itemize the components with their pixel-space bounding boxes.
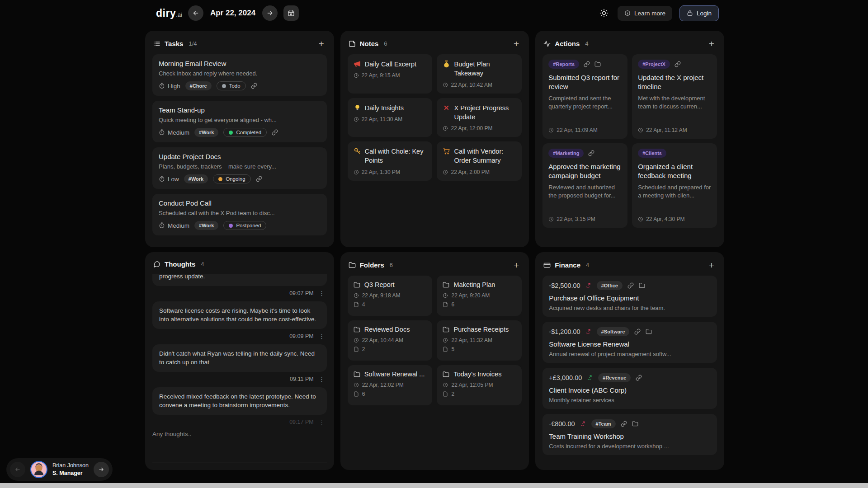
- note-card[interactable]: Daily Insights 22 Apr, 11:30 AM: [348, 98, 433, 137]
- link-icon[interactable]: [584, 61, 590, 67]
- app-logo[interactable]: diry.ai: [156, 7, 182, 19]
- action-tag[interactable]: #ProjectX: [638, 60, 670, 69]
- finance-tag[interactable]: #Office: [597, 281, 623, 290]
- finance-card[interactable]: -€800.00 #Team Team Training Workshop Co…: [542, 414, 717, 455]
- thought-bubble[interactable]: Didn't catch what Ryan was telling in th…: [152, 344, 327, 372]
- action-tag[interactable]: #Clients: [638, 149, 666, 158]
- login-label: Login: [697, 10, 712, 17]
- tasks-panel-title: Tasks: [165, 40, 183, 47]
- login-button[interactable]: Login: [679, 5, 719, 21]
- file-icon: [443, 391, 448, 397]
- thought-input[interactable]: Any thoughts..: [152, 430, 327, 463]
- finance-card[interactable]: -$2,500.00 #Office Purchase of Office Eq…: [542, 276, 717, 317]
- note-card[interactable]: Call with Chole: Key Points 22 Apr, 1:30…: [348, 141, 433, 181]
- folder-time: 22 Apr, 11:32 AM: [443, 337, 516, 343]
- note-time: 22 Apr, 11:30 AM: [354, 116, 427, 122]
- finance-tag[interactable]: #Software: [597, 327, 630, 336]
- task-title: Update Project Docs: [159, 153, 321, 160]
- action-card[interactable]: #Marketing Approved the marketing campai…: [542, 143, 627, 228]
- thought-bubble[interactable]: Received mixed feedback on the latest pr…: [152, 387, 327, 415]
- folder-title: Software Renewal ...: [364, 371, 425, 378]
- task-tag[interactable]: #Work: [194, 221, 218, 230]
- link-icon[interactable]: [675, 61, 681, 67]
- add-task-button[interactable]: +: [316, 39, 326, 48]
- task-tag[interactable]: #Chore: [185, 81, 212, 90]
- finance-amount: -$1,200.00: [549, 328, 580, 335]
- file-icon: [443, 347, 448, 352]
- action-tag[interactable]: #Marketing: [548, 149, 584, 158]
- finance-tag[interactable]: #Revenue: [598, 373, 631, 382]
- current-date: Apr 22, 2024: [210, 9, 255, 18]
- task-tag[interactable]: #Work: [184, 174, 208, 183]
- action-card[interactable]: #Clients Organized a client feedback mee…: [632, 143, 717, 228]
- add-action-button[interactable]: +: [707, 39, 716, 48]
- task-card[interactable]: Conduct Pod Call Scheduled call with the…: [152, 194, 327, 235]
- note-card[interactable]: Call with Vendor: Order Summary 22 Apr, …: [437, 141, 522, 181]
- action-tag[interactable]: #Reports: [548, 60, 579, 69]
- note-title: X Project Progress Update: [454, 103, 516, 122]
- add-folder-button[interactable]: +: [512, 260, 521, 270]
- learn-more-button[interactable]: Learn more: [618, 6, 672, 21]
- thoughts-list[interactable]: progress update. 09:07 PM ⋮ Software lic…: [152, 274, 327, 430]
- message-bubble-icon: [153, 261, 160, 268]
- action-card[interactable]: #ProjectX Updated the X project timeline…: [632, 54, 717, 139]
- clock-icon: [443, 338, 448, 343]
- folder-card[interactable]: Software Renewal ... 22 Apr, 12:02 PM 6: [348, 365, 433, 405]
- folder-card[interactable]: Reviewed Docs 22 Apr, 10:44 AM 2: [348, 320, 433, 361]
- folder-icon[interactable]: [639, 282, 645, 289]
- folder-card[interactable]: Q3 Report 22 Apr, 9:18 AM 4: [348, 276, 433, 316]
- status-dot: [222, 84, 226, 88]
- finance-card[interactable]: -$1,200.00 #Software Software License Re…: [542, 322, 717, 363]
- link-icon[interactable]: [588, 150, 594, 156]
- thought-menu-button[interactable]: ⋮: [319, 418, 325, 426]
- user-switcher: Brian Johnson S. Manager: [6, 458, 113, 481]
- note-card[interactable]: Daily Call Excerpt 22 Apr, 9:15 AM: [348, 54, 433, 94]
- task-status-pill[interactable]: Postponed: [223, 221, 266, 230]
- folder-card[interactable]: Purchase Receipts 22 Apr, 11:32 AM 5: [437, 320, 522, 361]
- add-note-button[interactable]: +: [512, 39, 521, 48]
- thought-menu-button[interactable]: ⋮: [319, 333, 325, 340]
- avatar[interactable]: [30, 461, 47, 478]
- folder-icon[interactable]: [632, 421, 638, 427]
- next-user-button[interactable]: [94, 462, 109, 477]
- folder-card[interactable]: Maketing Plan 22 Apr, 9:20 AM 6: [437, 276, 522, 316]
- folder-card[interactable]: Today's Invoices 22 Apr, 12:05 PM 2: [437, 365, 522, 405]
- link-icon[interactable]: [634, 328, 641, 335]
- prev-user-button[interactable]: [10, 462, 25, 477]
- thought-bubble[interactable]: Software license costs are rising. Maybe…: [152, 301, 327, 329]
- add-finance-button[interactable]: +: [707, 260, 716, 270]
- finance-tag[interactable]: #Team: [591, 419, 616, 428]
- money-bag-icon: [443, 60, 450, 68]
- link-icon[interactable]: [627, 282, 634, 289]
- calendar-button[interactable]: [283, 5, 299, 21]
- thought-bubble[interactable]: progress update.: [152, 274, 327, 286]
- arrow-right-icon: [98, 466, 104, 473]
- prev-day-button[interactable]: [188, 5, 203, 21]
- task-status-pill[interactable]: Todo: [217, 81, 246, 90]
- link-icon[interactable]: [251, 83, 257, 89]
- link-icon[interactable]: [256, 176, 262, 182]
- link-icon[interactable]: [636, 375, 642, 381]
- thought-menu-button[interactable]: ⋮: [319, 290, 325, 297]
- task-card[interactable]: Team Stand-up Quick meeting to get every…: [152, 101, 327, 142]
- file-icon: [354, 391, 359, 397]
- link-icon[interactable]: [621, 421, 627, 427]
- note-card[interactable]: Budget Plan Takeaway 22 Apr, 10:42 AM: [437, 54, 522, 94]
- task-tag[interactable]: #Work: [194, 128, 218, 137]
- next-day-button[interactable]: [262, 5, 278, 21]
- task-status-pill[interactable]: Ongoing: [213, 174, 250, 183]
- note-card[interactable]: X Project Progress Update 22 Apr, 12:00 …: [437, 98, 522, 137]
- clock-icon: [443, 293, 448, 298]
- thoughts-panel-title: Thoughts: [165, 260, 195, 268]
- action-card[interactable]: #Reports Submitted Q3 report for review …: [542, 54, 627, 139]
- timer-icon: [159, 129, 165, 136]
- thought-menu-button[interactable]: ⋮: [319, 375, 325, 383]
- task-card[interactable]: Morning Email Review Check inbox and rep…: [152, 54, 327, 96]
- folder-icon[interactable]: [646, 328, 652, 335]
- folder-icon[interactable]: [594, 61, 601, 67]
- task-status-pill[interactable]: Completed: [223, 128, 267, 137]
- task-card[interactable]: Update Project Docs Plans, budgets, trac…: [152, 147, 327, 189]
- finance-card[interactable]: +£3,000.00 #Revenue Client Invoice (ABC …: [542, 368, 717, 409]
- link-icon[interactable]: [272, 129, 278, 136]
- theme-toggle[interactable]: [598, 7, 610, 19]
